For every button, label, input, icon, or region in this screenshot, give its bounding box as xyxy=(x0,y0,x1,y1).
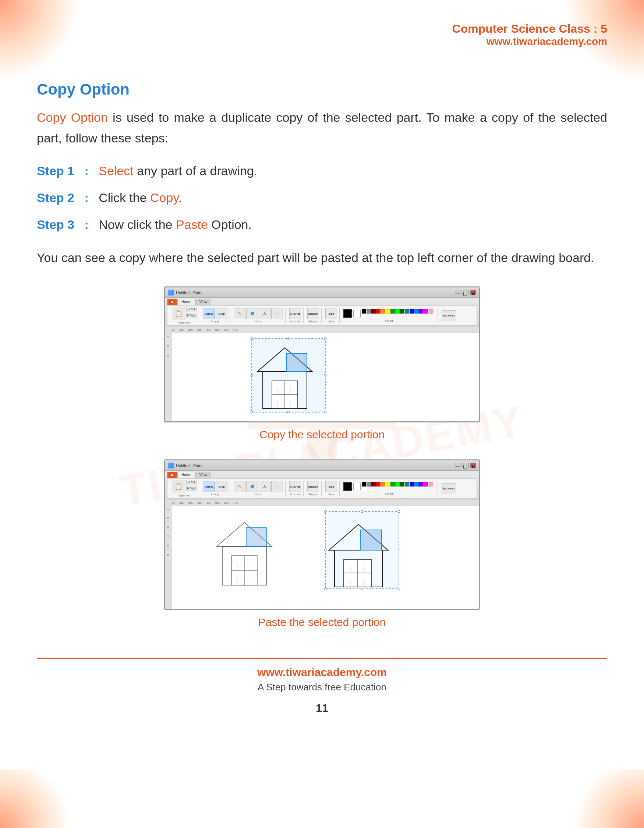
color1-swatch[interactable] xyxy=(343,309,352,318)
brushes-label-2: Brushes xyxy=(290,493,300,496)
step-3-highlight: Paste xyxy=(176,218,208,232)
swatch-magenta[interactable] xyxy=(424,309,428,314)
swatch-darkred-2[interactable] xyxy=(371,482,376,486)
edit-colors-button[interactable]: Edit colors xyxy=(442,310,456,321)
ribbon-tab-file-2[interactable]: ■ xyxy=(167,472,177,478)
swatch-purple-2[interactable] xyxy=(419,482,423,486)
text-button-2[interactable]: A xyxy=(259,481,271,492)
edit-colors-button-2[interactable]: Edit colors xyxy=(442,483,456,494)
minimize-button[interactable]: ─ xyxy=(456,290,461,295)
crop-button-2[interactable]: Crop xyxy=(216,481,227,492)
swatch-pink-2[interactable] xyxy=(429,482,433,486)
paint-titlebar-left-2: Untitled - Paint xyxy=(168,463,202,469)
swatch-darkgreen-2[interactable] xyxy=(400,482,404,486)
paint-ruler-v-2: 100200 xyxy=(165,506,171,609)
text-button[interactable]: A xyxy=(259,308,271,319)
color2-swatch[interactable] xyxy=(353,310,360,317)
fill-button-2[interactable]: 🪣 xyxy=(246,481,258,492)
swatch-red[interactable] xyxy=(376,309,381,314)
maximize-button-2[interactable]: □ xyxy=(463,463,469,468)
swatch-orange[interactable] xyxy=(381,309,385,314)
close-button[interactable]: ✕ xyxy=(470,290,476,295)
crop-button[interactable]: Crop xyxy=(216,308,227,319)
ribbon-tab-file[interactable]: ■ xyxy=(167,299,177,305)
pencil-button-2[interactable]: ✏️ xyxy=(233,481,246,492)
swatch-yellow-2[interactable] xyxy=(385,482,390,486)
swatch-lightblue-2[interactable] xyxy=(414,482,419,486)
shapes-button-2[interactable]: Shapes xyxy=(307,481,319,492)
paste-button-2[interactable]: 📋 xyxy=(172,480,185,493)
swatch-purple[interactable] xyxy=(419,309,423,314)
swatch-black[interactable] xyxy=(362,309,366,314)
brushes-button-2[interactable]: Brushes xyxy=(289,481,301,492)
swatch-lightblue[interactable] xyxy=(414,309,419,314)
eraser-button-2[interactable]: ⬜ xyxy=(271,481,283,492)
swatch-magenta-2[interactable] xyxy=(424,482,428,486)
select-button[interactable]: Select xyxy=(203,308,215,319)
copy-button-2[interactable]: ⧉ Copy xyxy=(186,486,196,491)
swatch-lime-2[interactable] xyxy=(395,482,400,486)
svg-point-2 xyxy=(324,337,326,340)
swatch-orange-2[interactable] xyxy=(381,482,385,486)
swatch-teal-2[interactable] xyxy=(405,482,409,486)
swatch-black-2[interactable] xyxy=(362,482,366,486)
ribbon-tab-view-2[interactable]: View xyxy=(196,472,212,478)
swatch-teal[interactable] xyxy=(405,309,409,314)
svg-point-37 xyxy=(398,549,400,551)
size-button-2[interactable]: Size xyxy=(325,481,337,492)
paint-canvas-2[interactable] xyxy=(171,506,479,609)
shapes-button[interactable]: Shapes xyxy=(307,308,319,319)
screenshot-copy-pair: Untitled - Paint ─ □ ✕ ■ xyxy=(164,286,480,448)
intro-highlight-copy-option: Copy Option xyxy=(37,110,108,124)
caption-paste: Paste the selected portion xyxy=(259,616,386,629)
eraser-button[interactable]: ⬜ xyxy=(271,308,283,319)
ribbon-group-shapes-2: Shapes Shapes xyxy=(305,481,322,496)
swatch-blue-2[interactable] xyxy=(410,482,414,486)
ribbon-group-image: Select Crop Image xyxy=(201,308,230,323)
swatch-gray[interactable] xyxy=(367,309,371,314)
svg-point-8 xyxy=(324,374,326,376)
svg-point-32 xyxy=(324,588,326,590)
swatch-red-2[interactable] xyxy=(376,482,381,486)
copy-button[interactable]: ⧉ Copy xyxy=(186,313,196,318)
cut-button-2[interactable]: ✂ Cut xyxy=(186,480,196,485)
clipboard-label-2: Clipboard xyxy=(178,494,190,497)
paste-button[interactable]: 📋 xyxy=(172,307,185,320)
color-palette xyxy=(362,309,436,318)
ribbon-group-brushes-2: Brushes Brushes xyxy=(287,481,304,496)
color1-swatch-2[interactable] xyxy=(343,482,352,491)
swatch-green-2[interactable] xyxy=(390,482,395,486)
ribbon-tabs-2: ■ Home View xyxy=(167,472,477,478)
ribbon-tab-view[interactable]: View xyxy=(196,299,212,305)
canvas-drawing-2 xyxy=(171,506,479,609)
swatch-green[interactable] xyxy=(390,309,395,314)
swatch-white-2[interactable] xyxy=(362,487,366,491)
paint-canvas-1[interactable] xyxy=(171,333,479,421)
close-button-2[interactable]: ✕ xyxy=(470,463,476,468)
swatch-darkgreen[interactable] xyxy=(400,309,404,314)
swatch-white[interactable] xyxy=(362,314,366,318)
size-button[interactable]: Size xyxy=(325,308,337,319)
swatch-lime[interactable] xyxy=(395,309,400,314)
ribbon-group-clipboard-2: 📋 ✂ Cut ⧉ Copy Clipboard xyxy=(170,480,199,497)
color2-swatch-2[interactable] xyxy=(353,483,360,490)
ribbon-group-image-2: Select Crop Image xyxy=(201,481,230,496)
pencil-button[interactable]: ✏️ xyxy=(233,308,246,319)
swatch-pink[interactable] xyxy=(429,309,433,314)
ribbon-group-clipboard: 📋 ✂ Cut ⧉ Copy Clipboard xyxy=(170,307,199,324)
select-button-2[interactable]: Select xyxy=(203,481,215,492)
minimize-button-2[interactable]: ─ xyxy=(456,463,461,468)
maximize-button[interactable]: □ xyxy=(463,290,469,295)
swatch-gray-2[interactable] xyxy=(367,482,371,486)
ribbon-tab-home[interactable]: Home xyxy=(177,299,196,305)
fill-button[interactable]: 🪣 xyxy=(246,308,258,319)
brushes-button[interactable]: Brushes xyxy=(289,308,301,319)
corner-decoration-bottom-left xyxy=(0,769,81,828)
swatch-blue[interactable] xyxy=(410,309,414,314)
swatch-darkred[interactable] xyxy=(371,309,376,314)
paint-ribbon-1: ■ Home View 📋 ✂ Cut xyxy=(165,298,479,327)
cut-button[interactable]: ✂ Cut xyxy=(186,307,196,312)
image-label-2: Image xyxy=(211,493,219,496)
ribbon-tab-home-2[interactable]: Home xyxy=(177,472,196,478)
swatch-yellow[interactable] xyxy=(385,309,390,314)
